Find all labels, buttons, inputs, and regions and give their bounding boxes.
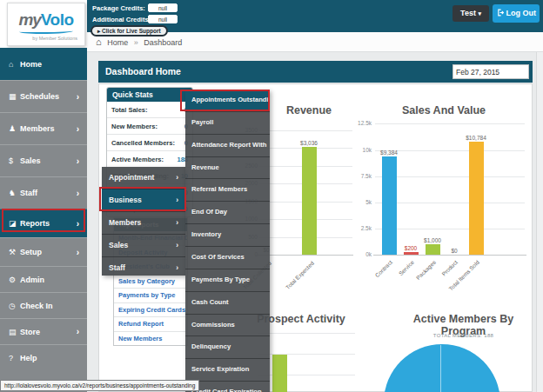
sales-value-bar: $200	[399, 245, 422, 255]
user-menu-label: Test	[460, 9, 476, 17]
breadcrumb-current: Dashboard	[144, 38, 182, 47]
package-credits-label: Package Credits:	[92, 4, 145, 12]
report-link-refund-report[interactable]: Refund Report	[114, 316, 187, 331]
calendar-icon: ▦	[9, 92, 20, 101]
package-credits-input[interactable]	[148, 3, 178, 12]
prospect-activity-bar	[272, 355, 287, 392]
myvolo-logo: myVolo by Member Solutions	[7, 3, 85, 46]
scrollbar-track[interactable]	[536, 52, 543, 392]
logo-volo: Volo	[41, 10, 74, 29]
sidebar-item-help[interactable]: ? Help	[0, 344, 87, 370]
chevron-right-icon: ›	[77, 248, 79, 257]
sales-value-ytick: 7.5k	[352, 173, 372, 179]
status-bar-url: http://lolalovesvolo.myvolo.ca/v2/report…	[0, 380, 199, 391]
reports-submenu: Appointment › Business › Members › Sales…	[102, 167, 185, 276]
sales-value-ytick: 12.5k	[352, 120, 372, 126]
additional-credits-input[interactable]	[148, 15, 178, 23]
user-menu-button[interactable]: Test ▾	[452, 5, 489, 22]
menu-item-service-expiration[interactable]: Service Expiration	[185, 358, 270, 381]
sidebar-item-label: Admin	[20, 276, 44, 284]
breadcrumb-home-link[interactable]: Home	[107, 38, 128, 47]
sidebar-item-label: Sales	[20, 156, 41, 165]
menu-item-referral-members[interactable]: Referral Members	[185, 178, 270, 201]
menu-item-revenue[interactable]: Revenue	[185, 156, 270, 179]
menu-item-commissions[interactable]: Commissions	[185, 314, 270, 336]
dollar-icon: $	[9, 156, 20, 165]
date-input[interactable]	[452, 64, 529, 79]
logout-button[interactable]: Log Out	[493, 4, 540, 23]
sales-value-ytick: 5k	[352, 199, 372, 205]
menu-item-label: Appointment	[109, 173, 154, 182]
live-support-button[interactable]: ▸ Click for Live Support	[90, 25, 168, 37]
sidebar-item-label: Staff	[20, 189, 37, 197]
sidebar-item-store[interactable]: ▤ Store ›	[0, 318, 87, 344]
chevron-right-icon: ›	[77, 327, 79, 336]
menu-item-members[interactable]: Members ›	[102, 211, 185, 234]
report-link-expiring-credit-cards[interactable]: Expiring Credit Cards	[114, 302, 187, 317]
logo-subtitle: by Member Solutions	[8, 36, 84, 41]
sidebar-item-sales[interactable]: $ Sales ›	[0, 144, 87, 176]
breadcrumb-separator: »	[134, 38, 138, 47]
logo-my: my	[18, 10, 40, 29]
stat-label: Cancelled Members:	[111, 139, 175, 147]
report-link-payments-by-type[interactable]: Payments by Type	[114, 288, 187, 302]
people-icon: ♞	[9, 189, 20, 197]
sales-value-chart-title: Sales And Value	[370, 104, 518, 116]
menu-item-attendance-report-with[interactable]: Attendance Report With	[185, 134, 270, 156]
sidebar-item-check-in[interactable]: ◷ Check In	[0, 292, 87, 318]
additional-credits-label: Additional Credits:	[92, 16, 151, 23]
caret-down-icon: ▾	[478, 10, 481, 17]
bar-fill	[382, 156, 397, 255]
sales-value-bar: $10,784	[465, 135, 487, 255]
sales-value-ytick: 10k	[352, 147, 372, 153]
business-submenu: Appointments Outstanding Payroll Attenda…	[185, 90, 270, 392]
stat-row: Total Sales: 0	[107, 102, 192, 117]
chevron-right-icon: ›	[176, 212, 178, 234]
chevron-right-icon: ›	[77, 124, 79, 134]
live-support-label: Click for Live Support	[102, 28, 161, 34]
sidebar-item-admin[interactable]: ⚙ Admin	[0, 266, 87, 292]
sidebar-item-home[interactable]: ⌂ Home	[0, 48, 87, 80]
sidebar-item-label: Help	[20, 354, 37, 362]
sidebar-item-staff[interactable]: ♞ Staff ›	[0, 176, 87, 209]
menu-item-delinquency[interactable]: Delinquency	[185, 336, 270, 358]
bar-value-label: $10,784	[466, 135, 486, 141]
bar-chart-icon: ◪	[9, 219, 20, 228]
menu-item-business[interactable]: Business ›	[102, 189, 185, 211]
revenue-bar-value: $3,036	[300, 140, 318, 146]
sidebar-item-reports[interactable]: ◪ Reports ›	[0, 209, 87, 237]
menu-item-staff[interactable]: Staff ›	[102, 256, 185, 279]
chevron-right-icon: ›	[77, 156, 79, 166]
menu-item-appointment[interactable]: Appointment ›	[102, 167, 185, 189]
quick-stats-title: Quick Stats	[107, 88, 192, 102]
sales-value-ytick: 0k	[352, 251, 372, 257]
menu-item-label: Business	[109, 196, 142, 204]
menu-item-payments-by-type[interactable]: Payments By Type	[185, 269, 270, 291]
menu-item-inventory[interactable]: Inventory	[185, 223, 270, 246]
breadcrumb: ⌂ Home » Dashboard	[96, 37, 182, 47]
menu-item-cost-of-services[interactable]: Cost Of Services	[185, 246, 270, 269]
cart-icon: ▤	[9, 328, 20, 336]
report-link-new-members[interactable]: New Members	[114, 331, 187, 346]
pie-slice-divider	[440, 345, 441, 392]
sidebar-item-label: Reports	[20, 219, 50, 228]
menu-item-cash-count[interactable]: Cash Count	[185, 291, 270, 314]
bar-fill	[469, 142, 484, 255]
menu-item-sales[interactable]: Sales ›	[102, 234, 185, 256]
sidebar-item-members[interactable]: ♟ Members ›	[0, 112, 87, 144]
menu-item-appointments-outstanding[interactable]: Appointments Outstanding	[185, 90, 270, 111]
sidebar-item-label: Store	[20, 328, 40, 336]
revenue-bar-fill	[302, 147, 317, 255]
menu-item-payroll[interactable]: Payroll	[185, 111, 270, 134]
sidebar-item-schedules[interactable]: ▦ Schedules ›	[0, 80, 87, 112]
stat-label: Active Members:	[111, 156, 164, 163]
bar-fill	[404, 252, 419, 255]
chevron-right-icon: ›	[176, 189, 178, 211]
sidebar-item-label: Schedules	[20, 92, 59, 101]
chevron-right-icon: ›	[176, 257, 178, 279]
revenue-chart-title: Revenue	[258, 104, 360, 116]
sidebar-item-setup[interactable]: ⚒ Setup ›	[0, 237, 87, 266]
menu-item-label: Staff	[109, 263, 125, 272]
stat-label: New Members:	[111, 123, 158, 130]
menu-item-end-of-day[interactable]: End Of Day	[185, 201, 270, 223]
